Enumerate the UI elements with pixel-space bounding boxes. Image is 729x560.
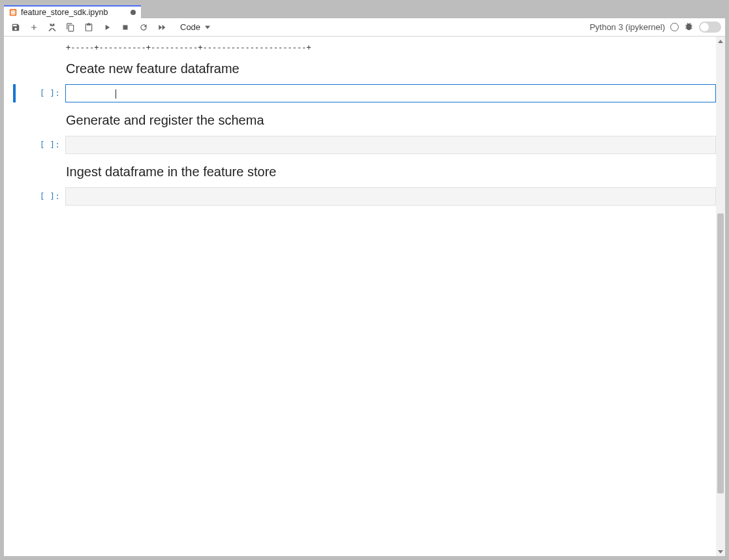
kernel-status-idle-icon[interactable]: [670, 23, 679, 31]
cell-prompt: [ ]:: [18, 187, 65, 206]
cell-active-bar: [13, 84, 16, 102]
code-input[interactable]: [65, 84, 716, 102]
debug-toggle[interactable]: [699, 22, 721, 33]
svg-point-3: [14, 11, 15, 12]
markdown-heading-1: Create new feature dataframe: [66, 61, 716, 76]
toolbar-right: Python 3 (ipykernel): [589, 22, 721, 33]
paste-button[interactable]: [81, 20, 97, 35]
tab-bar: feature_store_sdk.ipynb: [4, 4, 725, 18]
code-cell-2[interactable]: [ ]:: [10, 136, 716, 154]
notebook-icon: [9, 8, 17, 16]
debug-icon[interactable]: [684, 22, 694, 33]
markdown-heading-3: Ingest dataframe in the feature store: [66, 164, 716, 179]
scroll-down-icon[interactable]: [716, 547, 725, 556]
code-cell-3[interactable]: [ ]:: [10, 187, 716, 206]
svg-point-5: [14, 13, 15, 14]
cell-type-select[interactable]: Code: [178, 21, 213, 33]
svg-point-4: [12, 13, 13, 14]
notebook-scroll-area[interactable]: +-----+----------+----------+-----------…: [4, 37, 725, 556]
prev-output-tail: +-----+----------+----------+-----------…: [66, 43, 716, 52]
save-button[interactable]: [8, 20, 23, 35]
code-input[interactable]: [65, 136, 716, 154]
restart-button[interactable]: [136, 20, 151, 35]
svg-point-2: [12, 11, 13, 12]
tab-title: feature_store_sdk.ipynb: [21, 8, 108, 17]
markdown-heading-2: Generate and register the schema: [66, 113, 716, 128]
cell-type-select-wrap: Code: [178, 21, 213, 33]
cell-prompt: [ ]:: [18, 136, 65, 154]
toolbar: Code Python 3 (ipykernel): [4, 18, 725, 37]
copy-button[interactable]: [63, 20, 78, 35]
interrupt-button[interactable]: [117, 20, 133, 35]
run-button[interactable]: [99, 20, 115, 35]
svg-rect-1: [11, 10, 16, 15]
text-cursor-icon: [116, 89, 116, 99]
cell-prompt: [ ]:: [18, 84, 65, 102]
cell-bar: [13, 136, 16, 154]
insert-cell-button[interactable]: [26, 20, 42, 35]
cell-bar: [13, 187, 16, 206]
svg-rect-6: [123, 25, 128, 29]
unsaved-indicator-icon: [131, 10, 136, 15]
cut-button[interactable]: [44, 20, 60, 35]
notebook-viewport: +-----+----------+----------+-----------…: [4, 37, 725, 556]
code-input[interactable]: [65, 187, 716, 206]
app-window: feature_store_sdk.ipynb: [4, 4, 725, 556]
kernel-name[interactable]: Python 3 (ipykernel): [589, 22, 665, 32]
scroll-up-icon[interactable]: [716, 37, 725, 46]
vertical-scrollbar[interactable]: [716, 37, 725, 556]
notebook-tab[interactable]: feature_store_sdk.ipynb: [4, 5, 141, 18]
code-cell-1[interactable]: [ ]:: [10, 84, 716, 102]
restart-run-all-button[interactable]: [154, 20, 170, 35]
scrollbar-thumb[interactable]: [717, 213, 724, 494]
